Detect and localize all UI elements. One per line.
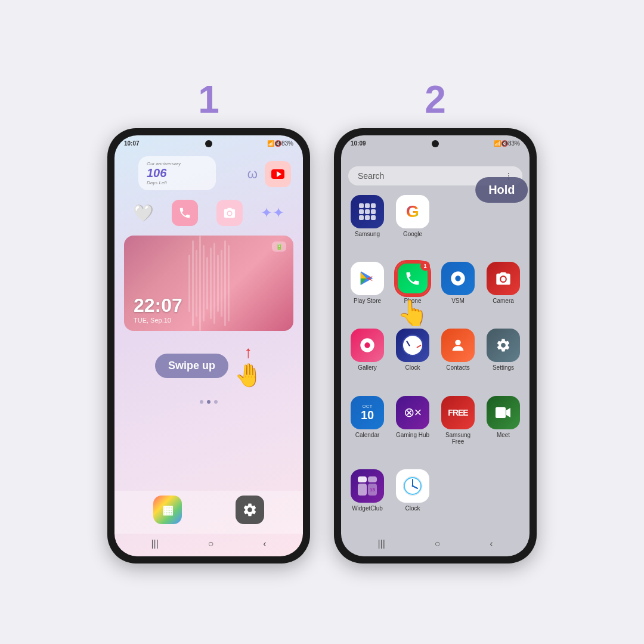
svg-point-2 [457,277,460,280]
widgetclub-label: WidgetClub [352,505,383,512]
nav2-home[interactable]: ○ [435,538,441,549]
nav-bar-1: ||| ○ ‹ [114,534,303,556]
notch-2 [432,140,439,147]
google-label: Google [403,231,422,237]
app-vsm[interactable]: VSM [439,262,477,321]
svg-point-6 [371,345,373,347]
playstore-app-icon[interactable] [351,262,384,295]
hold-button: Hold [475,177,528,203]
widgetclub-app-icon[interactable]: 15 [351,469,384,503]
clock2-app-icon[interactable] [396,469,429,503]
phone-app-icon[interactable]: 1 [396,262,429,295]
svg-point-8 [361,345,364,347]
clock2-label: Clock [405,505,420,512]
meet-label: Meet [497,432,510,438]
stars-icon: ✦✦ [261,205,284,221]
anniversary-label: Our anniversary [147,161,208,166]
samsungfree-label: Samsung Free [439,432,477,445]
hold-area: Hold [439,195,522,255]
app-google[interactable]: G Google [394,195,432,255]
playstore-label: Play Store [354,298,381,304]
contacts-app-icon[interactable] [441,329,475,362]
gaminghub-app-icon[interactable]: ⊗× [396,396,429,429]
app-grid: Samsung G Google Hold [341,190,530,534]
step-2-number: 2 [425,80,446,119]
phone-1: 10:07 📶🔇83% Our anniversary 106 Days L [107,128,310,564]
app-camera[interactable]: Camera [484,262,522,321]
notch-1 [205,140,212,147]
time-2: 10:09 [351,140,366,147]
app-calendar[interactable]: OCT 10 Calendar [348,396,386,462]
calendar-app-icon[interactable]: OCT 10 [351,396,384,429]
camera-label: Camera [493,298,514,304]
cal-day: 10 [361,409,374,421]
status-icons-2: 📶🔇83% [494,140,520,147]
google-app-icon[interactable]: G [396,195,429,228]
status-icons-1: 📶🔇83% [267,140,293,147]
widget-club-dock[interactable]: ▦ [153,496,182,524]
settings-dock[interactable] [236,496,264,524]
home-content: Our anniversary 106 Days Left ω [114,149,303,491]
vsm-app-icon[interactable] [441,262,475,295]
page-dots [124,398,293,406]
app-contacts[interactable]: Contacts [439,329,477,388]
nav-home[interactable]: ○ [208,538,214,549]
phone-2-screen: 10:09 📶🔇83% Search ⋮ [341,135,530,556]
step-1: 1 10:07 📶🔇83% [107,80,310,564]
hand-pointer-icon: 👆 [397,298,428,327]
nav2-recents[interactable]: ‹ [490,538,493,549]
meet-app-icon[interactable] [487,396,520,429]
main-container: 1 10:07 📶🔇83% [89,63,555,581]
app-clock2[interactable]: Clock [394,469,432,529]
samsungfree-app-icon[interactable]: FREE [441,396,475,429]
dot-1 [200,400,203,404]
dot-2 [207,400,210,404]
phone-icon-home[interactable] [172,200,198,226]
samsung-app-icon[interactable] [351,195,384,228]
phone-2: 10:09 📶🔇83% Search ⋮ [334,128,537,564]
settings-app-icon[interactable] [487,329,520,362]
heart-icon: 🤍 [133,203,154,223]
date-display: TUE, Sep.10 [134,317,182,324]
big-time: 22:07 [134,295,182,317]
nav-bar-2: ||| ○ ‹ [341,534,530,556]
app-clock[interactable]: Clock [394,329,432,388]
app-gaminghub[interactable]: ⊗× Gaming Hub [394,396,432,462]
phone-badge: 1 [420,261,430,271]
time-1: 10:07 [124,140,140,147]
app-settings[interactable]: Settings [484,329,522,388]
app-phone[interactable]: 1 👆 Phone [394,262,432,321]
youtube-icon[interactable] [265,161,291,187]
settings-label: Settings [493,364,514,371]
nav-recents[interactable]: ‹ [263,538,266,549]
vsm-label: VSM [451,298,465,304]
free-text-label: FREE [448,408,467,417]
app-samsungfree[interactable]: FREE Samsung Free [439,396,477,462]
nav2-back[interactable]: ||| [377,538,385,549]
clock-app-icon[interactable] [396,329,429,362]
anniversary-sublabel: Days Left [147,180,208,185]
app-meet[interactable]: Meet [484,396,522,462]
anniversary-days: 106 [147,166,208,180]
nav-back[interactable]: ||| [151,538,158,549]
app-gallery[interactable]: Gallery [348,329,386,388]
svg-point-5 [366,339,369,342]
calendar-label: Calendar [355,432,380,438]
app-playstore[interactable]: Play Store [348,262,386,321]
app-widgetclub[interactable]: 15 WidgetClub [348,469,386,529]
contacts-label: Contacts [446,364,469,371]
svg-point-15 [412,485,414,487]
u-app-icon: ω [247,166,258,182]
gallery-app-icon[interactable] [351,329,384,362]
dot-3 [214,400,218,404]
swipe-area: Swipe up ↑ 🤚 [124,338,293,393]
icon-row-2: 🤍 ✦✦ [124,197,293,228]
hand-swipe-icon: 🤚 [234,362,262,388]
svg-point-9 [455,340,460,345]
camera-icon-home[interactable] [216,200,243,226]
app-samsung[interactable]: Samsung [348,195,386,255]
camera-app-icon[interactable] [487,262,520,295]
svg-point-4 [364,343,370,348]
bottom-dock: ▦ [114,491,303,534]
swipe-up-button[interactable]: Swipe up [155,354,228,378]
